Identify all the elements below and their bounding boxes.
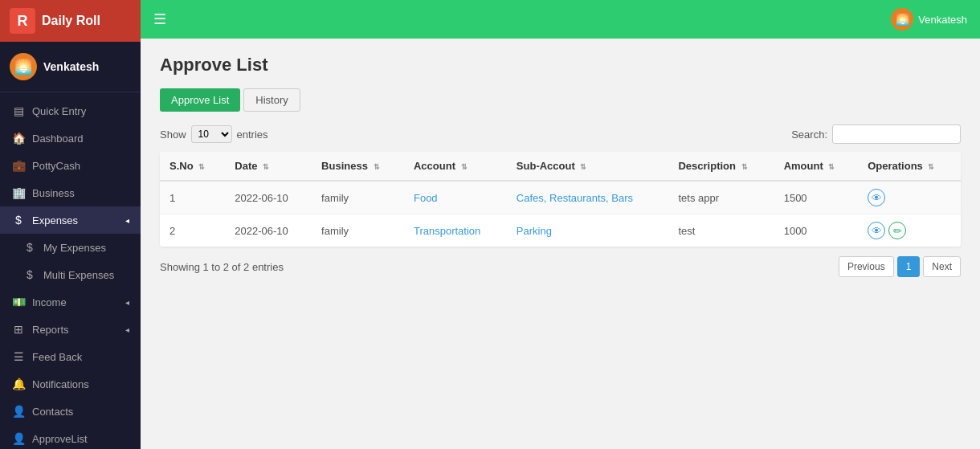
cell-description: tets appr — [668, 181, 774, 214]
cell-operations: 👁✏ — [858, 214, 961, 247]
entries-select[interactable]: 10 25 50 100 — [191, 125, 232, 143]
dashboard-icon: 🏠 — [11, 132, 26, 145]
cell-description: test — [668, 214, 774, 247]
sidebar-item-feedback[interactable]: ☰ Feed Back — [0, 343, 141, 370]
tab-history[interactable]: History — [243, 88, 300, 112]
cell-business: family — [312, 214, 404, 247]
sidebar-label-notifications: Notifications — [32, 378, 89, 390]
cell-sub_account: Cafes, Restaurants, Bars — [507, 181, 669, 214]
table-wrapper: S.No ⇅ Date ⇅ Business ⇅ Account ⇅ Sub-A… — [160, 152, 961, 247]
sidebar-item-contacts[interactable]: 👤 Contacts — [0, 398, 141, 425]
search-input[interactable] — [832, 124, 961, 144]
sidebar-label-income: Income — [32, 296, 67, 308]
pagination: Previous 1 Next — [839, 256, 961, 277]
search-box: Search: — [791, 124, 961, 144]
content-area: Approve List Approve List History Show 1… — [141, 39, 980, 449]
chevron-icon: ◂ — [125, 298, 129, 307]
pettycash-icon: 💼 — [11, 159, 26, 172]
avatar: 🌅 — [10, 53, 37, 80]
sidebar-item-dashboard[interactable]: 🏠 Dashboard — [0, 124, 141, 152]
feedback-icon: ☰ — [11, 350, 26, 363]
show-label: Show — [160, 129, 186, 141]
logo: R Daily Roll — [0, 0, 141, 42]
prev-page-button[interactable]: Previous — [839, 256, 894, 277]
sidebar-label-expenses: Expenses — [32, 214, 78, 227]
col-amount: Amount ⇅ — [774, 152, 859, 181]
sidebar-label-approve-list: ApproveList — [32, 433, 88, 445]
sidebar-label-feedback: Feed Back — [32, 351, 82, 363]
notifications-icon: 🔔 — [11, 378, 26, 390]
quick-entry-icon: ▤ — [11, 104, 26, 117]
view-icon[interactable]: 👁 — [868, 222, 885, 239]
cell-date: 2022-06-10 — [225, 181, 312, 214]
expenses-icon: $ — [11, 214, 26, 227]
cell-amount: 1000 — [774, 214, 859, 247]
show-entries: Show 10 25 50 100 entries — [160, 125, 268, 143]
approve-list-icon: 👤 — [11, 432, 26, 445]
table-row: 12022-06-10familyFoodCafes, Restaurants,… — [160, 181, 961, 214]
chevron-icon: ◂ — [125, 325, 129, 334]
hamburger-icon[interactable]: ☰ — [153, 10, 166, 28]
sidebar-item-quick-entry[interactable]: ▤ Quick Entry — [0, 97, 141, 124]
sidebar-label-contacts: Contacts — [32, 406, 73, 418]
next-page-button[interactable]: Next — [923, 256, 961, 277]
sidebar: R Daily Roll 🌅 Venkatesh ▤ Quick Entry 🏠… — [0, 0, 141, 449]
logo-text: Daily Roll — [42, 14, 100, 28]
col-description: Description ⇅ — [668, 152, 774, 181]
chevron-icon: ◂ — [125, 216, 129, 225]
tab-approve-list[interactable]: Approve List — [160, 88, 240, 112]
sidebar-item-approve-list[interactable]: 👤 ApproveList — [0, 425, 141, 449]
sidebar-item-pettycash[interactable]: 💼 PottyCash — [0, 152, 141, 179]
tabs: Approve List History — [160, 88, 961, 112]
cell-sub_account: Parking — [507, 214, 669, 247]
topbar-username: Venkatesh — [918, 14, 967, 26]
cell-account: Food — [404, 181, 507, 214]
sidebar-label-reports: Reports — [32, 324, 69, 336]
sidebar-label-multi-expenses: Multi Expenses — [43, 269, 114, 281]
topbar-user[interactable]: 🌅 Venkatesh — [891, 8, 967, 31]
user-name: Venkatesh — [43, 60, 99, 73]
topbar-avatar: 🌅 — [891, 8, 913, 31]
sidebar-label-my-expenses: My Expenses — [43, 242, 106, 254]
sidebar-label-pettycash: PottyCash — [32, 160, 80, 172]
page-title: Approve List — [160, 55, 961, 76]
sidebar-label-dashboard: Dashboard — [32, 133, 84, 145]
cell-business: family — [312, 181, 404, 214]
sidebar-item-expenses[interactable]: $ Expenses ◂ — [0, 206, 141, 234]
page-1-button[interactable]: 1 — [897, 256, 921, 277]
user-profile[interactable]: 🌅 Venkatesh — [0, 42, 141, 92]
cell-account: Transportation — [404, 214, 507, 247]
table-footer: Showing 1 to 2 of 2 entries Previous 1 N… — [160, 256, 961, 277]
cell-sno: 1 — [160, 181, 225, 214]
cell-amount: 1500 — [774, 181, 859, 214]
sidebar-item-my-expenses[interactable]: $ My Expenses — [0, 234, 141, 261]
multi-expenses-icon: $ — [22, 268, 37, 281]
col-operations: Operations ⇅ — [858, 152, 961, 181]
table-row: 22022-06-10familyTransportationParkingte… — [160, 214, 961, 247]
table-controls: Show 10 25 50 100 entries Search: — [160, 124, 961, 144]
income-icon: 💵 — [11, 296, 26, 308]
main-content: ☰ 🌅 Venkatesh Approve List Approve List … — [141, 0, 980, 449]
sidebar-item-multi-expenses[interactable]: $ Multi Expenses — [0, 261, 141, 288]
entries-label: entries — [237, 129, 268, 141]
sidebar-item-reports[interactable]: ⊞ Reports ◂ — [0, 316, 141, 343]
reports-icon: ⊞ — [11, 323, 26, 336]
cell-date: 2022-06-10 — [225, 214, 312, 247]
sidebar-label-quick-entry: Quick Entry — [32, 105, 86, 117]
topbar: ☰ 🌅 Venkatesh — [141, 0, 980, 39]
col-date: Date ⇅ — [225, 152, 312, 181]
cell-sno: 2 — [160, 214, 225, 247]
col-account: Account ⇅ — [404, 152, 507, 181]
logo-icon: R — [10, 8, 35, 34]
view-icon[interactable]: 👁 — [868, 189, 885, 206]
business-icon: 🏢 — [11, 186, 26, 199]
sidebar-item-business[interactable]: 🏢 Business — [0, 179, 141, 206]
col-business: Business ⇅ — [312, 152, 404, 181]
showing-text: Showing 1 to 2 of 2 entries — [160, 261, 284, 273]
sidebar-item-income[interactable]: 💵 Income ◂ — [0, 288, 141, 316]
edit-icon[interactable]: ✏ — [888, 222, 906, 239]
cell-operations: 👁 — [858, 181, 961, 214]
approve-table: S.No ⇅ Date ⇅ Business ⇅ Account ⇅ Sub-A… — [160, 152, 961, 247]
contacts-icon: 👤 — [11, 405, 26, 418]
sidebar-item-notifications[interactable]: 🔔 Notifications — [0, 370, 141, 398]
